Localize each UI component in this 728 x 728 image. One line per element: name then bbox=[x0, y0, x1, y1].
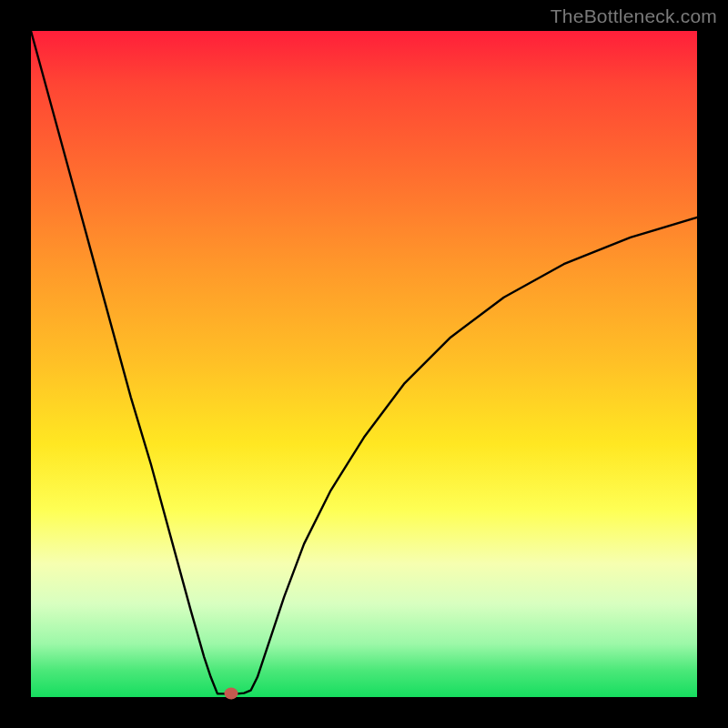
plot-area bbox=[31, 31, 697, 697]
chart-frame: TheBottleneck.com bbox=[0, 0, 728, 728]
bottleneck-curve bbox=[31, 31, 697, 697]
watermark-text: TheBottleneck.com bbox=[551, 5, 717, 27]
optimum-marker bbox=[224, 688, 238, 700]
